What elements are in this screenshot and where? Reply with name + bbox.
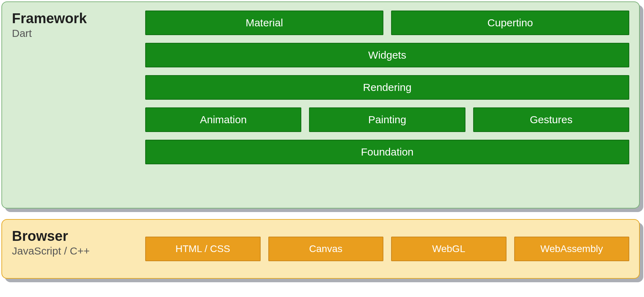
framework-row-3: Animation Painting Gestures: [145, 107, 629, 132]
browser-body: HTML / CSS Canvas WebGL WebAssembly: [145, 228, 629, 270]
browser-row-0: HTML / CSS Canvas WebGL WebAssembly: [145, 237, 629, 261]
framework-row-4: Foundation: [145, 140, 629, 164]
browser-block-canvas: Canvas: [268, 237, 384, 261]
framework-block-painting: Painting: [309, 107, 465, 132]
framework-block-widgets: Widgets: [145, 43, 629, 67]
browser-panel-inner: Browser JavaScript / C++ HTML / CSS Canv…: [1, 219, 640, 279]
browser-title: Browser: [12, 228, 145, 244]
framework-block-material: Material: [145, 11, 383, 35]
framework-panel-inner: Framework Dart Material Cupertino Widget…: [1, 1, 640, 209]
browser-header: Browser JavaScript / C++: [12, 228, 145, 270]
framework-row-0: Material Cupertino: [145, 11, 629, 35]
framework-header: Framework Dart: [12, 11, 145, 199]
browser-block-webgl: WebGL: [391, 237, 507, 261]
framework-block-gestures: Gestures: [473, 107, 629, 132]
framework-row-2: Rendering: [145, 75, 629, 100]
browser-subtitle: JavaScript / C++: [12, 245, 145, 257]
browser-block-webassembly: WebAssembly: [514, 237, 630, 261]
framework-subtitle: Dart: [12, 27, 145, 39]
framework-block-foundation: Foundation: [145, 140, 629, 164]
framework-body: Material Cupertino Widgets Rendering Ani…: [145, 11, 629, 199]
framework-block-cupertino: Cupertino: [391, 11, 629, 35]
browser-block-html-css: HTML / CSS: [145, 237, 261, 261]
framework-panel: Framework Dart Material Cupertino Widget…: [1, 1, 640, 209]
framework-block-animation: Animation: [145, 107, 301, 132]
browser-panel: Browser JavaScript / C++ HTML / CSS Canv…: [1, 219, 640, 279]
framework-title: Framework: [12, 11, 145, 26]
framework-row-1: Widgets: [145, 43, 629, 67]
framework-block-rendering: Rendering: [145, 75, 629, 100]
